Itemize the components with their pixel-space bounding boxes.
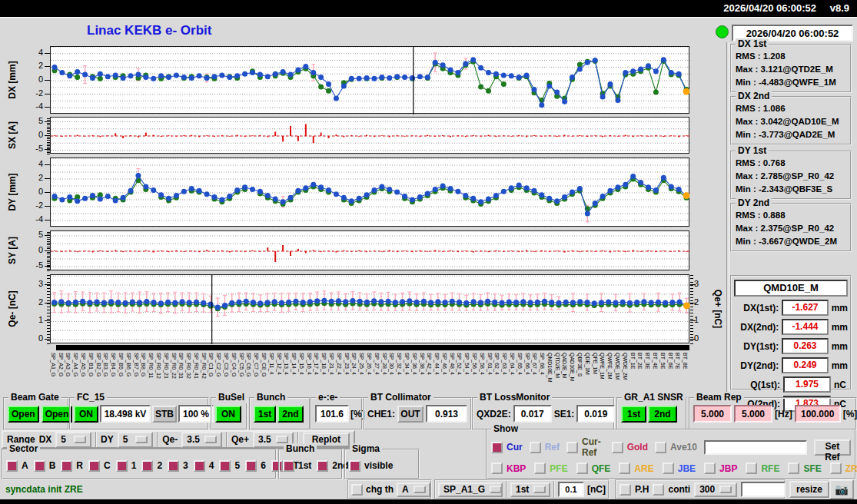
sector-r[interactable]: R [61,460,83,472]
sector-b[interactable]: B [34,460,56,472]
overlay-option-qfe[interactable]: QFE [576,463,611,474]
conti-checkbox[interactable] [653,484,664,496]
sector-a[interactable]: A [6,460,28,472]
checkbox[interactable] [612,442,623,453]
fc15-kv-field[interactable] [100,405,151,423]
checkbox[interactable] [61,460,72,472]
threshold-unit: [nC] [587,484,606,495]
range-qeminus-select[interactable]: 3.5 [181,432,222,448]
beam-gate-open2-button[interactable]: Open [42,406,73,423]
beam-rep-field-3[interactable] [795,405,841,423]
checkbox[interactable] [491,442,503,453]
checkbox[interactable] [663,463,674,474]
bunch-select[interactable]: 1st [510,482,550,497]
sector-6[interactable]: 6 [245,460,266,472]
sector-select[interactable]: A [397,482,430,497]
sigma-visible[interactable]: visible [349,460,393,472]
bt-collimator-group: BT Collimator CHE1: OUT [363,397,472,430]
fc15-percent-field[interactable] [178,405,214,423]
beam-gate-open1-button[interactable]: Open [8,406,39,423]
checkbox[interactable] [245,460,257,472]
bpm-select[interactable]: SP_A1_G [438,482,503,497]
fc15-on-button[interactable]: ON [74,406,98,423]
range-dx-select[interactable]: 5 [55,432,91,448]
checkbox[interactable] [746,463,757,474]
range-dy-select[interactable]: 5 [118,432,154,448]
chg-th-checkbox[interactable] [351,484,363,496]
show-option-ave10[interactable]: Ave10 [655,442,697,453]
sector-3[interactable]: 3 [168,460,188,472]
set-ref-button[interactable]: Set Ref [814,439,851,456]
checkbox[interactable] [34,460,45,472]
checkbox[interactable] [141,460,153,472]
ee-ratio-field[interactable] [315,405,349,423]
bunch-2nd-button[interactable]: 2nd [277,406,303,423]
sector-2[interactable]: 2 [141,460,162,472]
threshold-field[interactable] [558,482,584,497]
bpm-x-label: SP_C1_G [208,353,214,377]
bpm-x-label: SP_18_4 [321,353,327,375]
bunch-1st-button[interactable]: 1st [254,406,276,423]
bunch-1st[interactable]: 1st [283,460,311,472]
sector-label: B [49,460,56,471]
checkbox[interactable] [655,442,666,453]
blank-field[interactable] [741,482,786,497]
range-qeplus-label: Qe+ [231,434,249,445]
checkbox[interactable] [566,442,578,453]
gr-a1-2nd-button[interactable]: 2nd [648,406,676,423]
show-option-cur-ref[interactable]: Cur-Ref [566,436,605,458]
count-select[interactable]: 300 [694,482,737,497]
overlay-option-pfe[interactable]: PFE [534,463,567,474]
overlay-option-kbp[interactable]: KBP [491,463,526,474]
sector-4[interactable]: 4 [194,460,214,472]
show-option-ref[interactable]: Ref [530,442,560,453]
checkbox[interactable] [116,460,128,472]
checkbox[interactable] [219,460,231,472]
gr-a1-1st-button[interactable]: 1st [621,406,646,423]
beam-rep-field-2[interactable] [734,405,772,423]
bpm-x-label: SP_R0_31 [178,353,184,379]
checkbox[interactable] [830,463,842,474]
show-option-cur[interactable]: Cur [491,442,523,453]
sector-5[interactable]: 5 [219,460,240,472]
ph-checkbox[interactable] [619,484,631,496]
checkbox[interactable] [168,460,179,472]
se1-field[interactable] [576,405,615,423]
checkbox[interactable] [283,460,294,472]
checkbox[interactable] [576,463,588,474]
checkbox[interactable] [704,463,716,474]
overlay-option-jbe[interactable]: JBE [663,463,696,474]
overlay-option-rfe[interactable]: RFE [746,463,779,474]
checkbox[interactable] [194,460,205,472]
overlay-option-are[interactable]: ARE [619,463,653,474]
checkbox[interactable] [534,463,546,474]
sector-label: R [76,460,83,471]
che1-value-field[interactable] [426,405,467,423]
fc15-stb-button[interactable]: STB [152,406,177,423]
busel-on-button[interactable]: ON [215,406,241,423]
show-option-gold[interactable]: Gold [612,442,648,453]
overlay-option-zre[interactable]: ZRE [830,463,857,474]
monitor-row-unit: mm [832,303,848,313]
resize-button[interactable]: resize [789,481,829,498]
checkbox[interactable] [6,460,18,472]
checkbox[interactable] [349,460,360,472]
screenshot-button[interactable]: 📷 [829,479,854,499]
checkbox[interactable] [788,463,799,474]
fc15-label: FC_15 [75,392,107,403]
checkbox[interactable] [530,442,541,453]
ref-file-input[interactable] [704,440,807,455]
checkbox[interactable] [491,463,503,474]
sector-1[interactable]: 1 [116,460,137,472]
qxd2e-field[interactable] [513,405,552,423]
che1-out-button[interactable]: OUT [397,406,424,423]
overlay-option-sfe[interactable]: SFE [788,463,821,474]
beam-rep-field-1[interactable] [693,405,732,423]
overlay-option-jbp[interactable]: JBP [704,463,737,474]
checkbox[interactable] [619,463,630,474]
sector-c[interactable]: C [88,460,111,472]
bpm-select-frame: SP_A1_G 1st [nC] [434,479,610,499]
checkbox[interactable] [317,460,328,472]
bpm-x-label: SP_12_4 [277,353,282,375]
checkbox[interactable] [88,460,100,472]
